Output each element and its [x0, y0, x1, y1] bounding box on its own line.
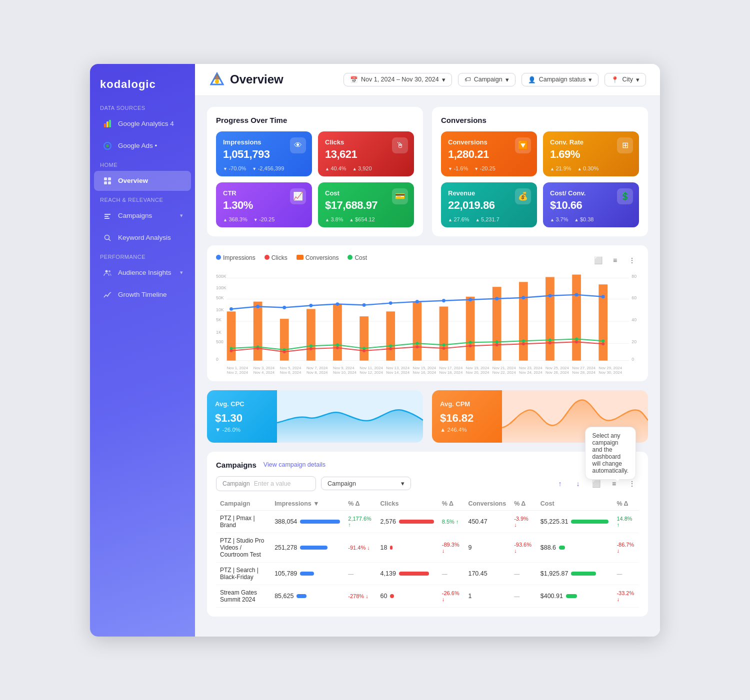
sidebar-item-campaigns[interactable]: Campaigns ▾ — [94, 206, 191, 226]
revenue-icon: 💰 — [515, 188, 531, 204]
svg-text:5K: 5K — [216, 317, 222, 322]
campaign-filter-icon: 🏷 — [464, 76, 471, 83]
cost-conv-delta2: $0.38 — [574, 216, 594, 222]
svg-point-58 — [442, 299, 446, 302]
sidebar: kodalogic Data Sources Google Analytics … — [90, 64, 195, 637]
svg-text:20: 20 — [632, 339, 636, 344]
table-row[interactable]: Stream Gates Summit 2024 85,625 -278% ↓ … — [216, 585, 639, 607]
cell-impressions: 85,625 — [270, 585, 344, 607]
progress-cards-grid: Impressions 1,051,793 -70.0% -2,456,399 … — [216, 131, 414, 227]
table-filter-row: Campaign Enter a value Campaign ▾ ↑ ↓ ⬜ … — [216, 476, 639, 491]
sidebar-item-audience-insights[interactable]: Audience Insights ▾ — [94, 263, 191, 283]
col-impressions-delta: % Δ — [344, 497, 376, 511]
cell-clicks: 4,139 — [376, 562, 438, 585]
svg-point-64 — [602, 295, 605, 298]
svg-point-90 — [496, 343, 498, 346]
campaign-filter-input[interactable]: Campaign Enter a value — [216, 476, 316, 491]
avg-cpc-value: $1.30 — [215, 412, 269, 425]
cell-cost-delta: 14.8% ↑ — [612, 510, 639, 533]
chart-export-icon[interactable]: ⬜ — [591, 253, 605, 267]
sidebar-item-overview[interactable]: Overview — [94, 171, 191, 191]
section-data-sources: Data Sources — [90, 100, 195, 113]
svg-rect-48 — [572, 274, 581, 360]
avg-cpc-card: Avg. CPC $1.30 ▼ -26.0% — [207, 390, 423, 443]
table-row[interactable]: PTZ | Search | Black-Friday 105,789 — 4,… — [216, 562, 639, 585]
svg-rect-37 — [280, 319, 289, 361]
conv-delta1: -1.6% — [448, 165, 468, 171]
campaign-filter[interactable]: 🏷 Campaign ▾ — [458, 73, 516, 86]
svg-text:Nov 13, 2024: Nov 13, 2024 — [386, 366, 410, 370]
cell-campaign: Stream Gates Summit 2024 — [216, 585, 270, 607]
clicks-icon: 🖱 — [392, 137, 408, 153]
col-campaign: Campaign — [216, 497, 270, 511]
col-cost-delta: % Δ — [612, 497, 639, 511]
city-filter-arrow: ▾ — [636, 76, 640, 83]
svg-point-82 — [283, 350, 286, 353]
cell-cost: $400.91 — [536, 585, 613, 607]
svg-point-12 — [108, 270, 110, 272]
cell-clicks: 18 — [376, 533, 438, 562]
svg-text:Nov 4, 2024: Nov 4, 2024 — [254, 370, 275, 375]
section-reach-relevance: Reach & Relevance — [90, 192, 195, 205]
cell-cost: $88.6 — [536, 533, 613, 562]
svg-point-57 — [416, 300, 419, 303]
sidebar-item-keyword-analysis[interactable]: Keyword Analysis — [94, 228, 191, 248]
col-impressions[interactable]: Impressions ▼ — [270, 497, 344, 511]
svg-text:Nov 24, 2024: Nov 24, 2024 — [519, 370, 542, 375]
sidebar-item-google-analytics[interactable]: Google Analytics 4 — [94, 114, 191, 134]
sidebar-item-label-overview: Overview — [118, 177, 148, 184]
status-filter-label: Campaign status — [539, 76, 586, 83]
svg-point-91 — [522, 342, 525, 345]
svg-text:500K: 500K — [216, 274, 226, 279]
svg-text:Nov 20, 2024: Nov 20, 2024 — [466, 370, 490, 375]
svg-rect-41 — [386, 311, 395, 360]
legend-impressions: Impressions — [216, 254, 256, 261]
svg-point-76 — [522, 339, 525, 342]
svg-rect-43 — [440, 306, 448, 360]
sidebar-item-growth-timeline[interactable]: Growth Timeline — [94, 285, 191, 305]
svg-text:Nov 17, 2024: Nov 17, 2024 — [440, 366, 463, 370]
svg-text:60: 60 — [632, 295, 636, 300]
page-content: Progress Over Time Impressions 1,051,793… — [195, 96, 660, 637]
sort-down-icon[interactable]: ↓ — [571, 477, 585, 491]
city-filter[interactable]: 📍 City ▾ — [604, 73, 646, 86]
svg-point-11 — [106, 270, 108, 272]
svg-text:Nov 5, 2024: Nov 5, 2024 — [280, 366, 302, 370]
svg-text:50K: 50K — [216, 295, 224, 300]
svg-text:Nov 29, 2024: Nov 29, 2024 — [598, 366, 622, 370]
svg-rect-35 — [227, 311, 236, 360]
cell-clicks-delta: -26.6% ↓ — [438, 585, 464, 607]
main-content: Overview 📅 Nov 1, 2024 – Nov 30, 2024 ▾ … — [195, 64, 660, 637]
svg-rect-40 — [360, 316, 368, 361]
date-filter[interactable]: 📅 Nov 1, 2024 – Nov 30, 2024 ▾ — [344, 73, 452, 86]
table-row[interactable]: PTZ | Pmax | Brand 388,054 2,177.6% ↑ 2,… — [216, 510, 639, 533]
campaigns-table-header: Campaigns View campaign details Select a… — [216, 461, 639, 469]
svg-point-94 — [602, 342, 604, 345]
cell-conversions-delta: — — [510, 562, 536, 585]
mini-charts-row: Avg. CPC $1.30 ▼ -26.0% — [207, 390, 648, 443]
table-row[interactable]: PTZ | Studio Pro Videos / Courtroom Test… — [216, 533, 639, 562]
impressions-icon: 👁 — [290, 137, 306, 153]
conv-rate-icon: ⊞ — [617, 137, 633, 153]
legend-cost: Cost — [348, 254, 367, 261]
svg-text:Nov 23, 2024: Nov 23, 2024 — [519, 366, 542, 370]
impressions-delta1: -70.0% — [223, 165, 246, 171]
cell-cost-delta: — — [612, 562, 639, 585]
sort-up-icon[interactable]: ↑ — [553, 477, 567, 491]
chart-more-icon[interactable]: ⋮ — [625, 253, 639, 267]
filter-label: Campaign — [222, 480, 250, 487]
keyword-icon — [102, 232, 113, 243]
conv-icon: 🔽 — [515, 137, 531, 153]
cell-impressions: 251,278 — [270, 533, 344, 562]
svg-line-10 — [109, 239, 111, 241]
campaign-dropdown[interactable]: Campaign ▾ — [321, 477, 411, 490]
sidebar-item-google-ads[interactable]: Google Ads • — [94, 136, 191, 156]
conv-rate-delta2: 0.30% — [578, 165, 599, 171]
svg-rect-42 — [412, 301, 422, 360]
campaign-status-filter[interactable]: 👤 Campaign status ▾ — [522, 73, 599, 86]
svg-rect-1 — [106, 121, 108, 127]
svg-text:1K: 1K — [216, 329, 222, 334]
chart-filter-icon[interactable]: ≡ — [608, 253, 622, 267]
conv-rate-card: Conv. Rate 1.69% 21.9% 0.30% ⊞ — [543, 131, 639, 176]
view-campaign-details-link[interactable]: View campaign details — [264, 461, 326, 468]
